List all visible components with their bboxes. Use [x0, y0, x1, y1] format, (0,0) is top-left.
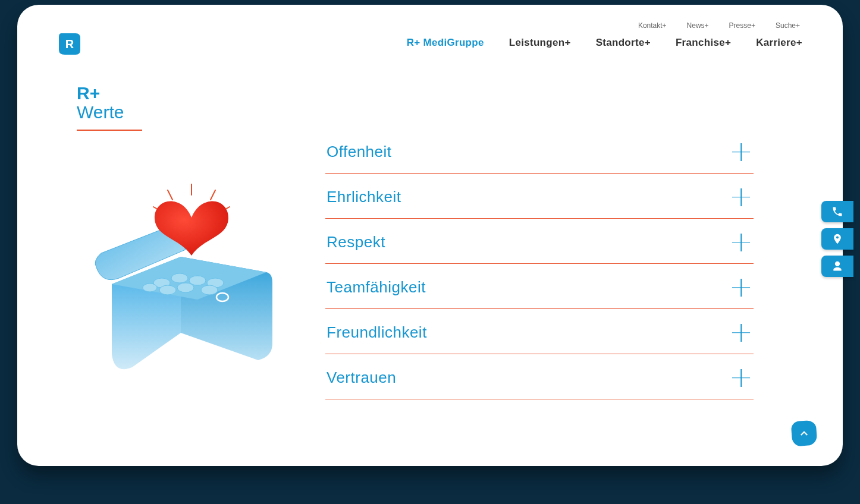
- title-line2: Werte: [77, 102, 802, 122]
- accordion-label: Freundlichkeit: [327, 323, 427, 342]
- treasure-chest-heart-icon: [90, 178, 293, 392]
- plus-icon: [732, 188, 750, 206]
- accordion-item-offenheit[interactable]: Offenheit: [325, 128, 754, 174]
- map-pin-icon: [831, 233, 843, 245]
- accordion-label: Offenheit: [327, 143, 392, 161]
- nav-item-franchise[interactable]: Franchise+: [676, 37, 731, 49]
- page: R Kontakt+ News+ Presse+ Suche+ R+ MediG…: [17, 5, 843, 466]
- top-nav-suche[interactable]: Suche+: [776, 21, 800, 30]
- top-nav-news[interactable]: News+: [687, 21, 709, 30]
- accordion-item-freundlichkeit[interactable]: Freundlichkeit: [325, 309, 754, 354]
- scroll-top-button[interactable]: [791, 420, 818, 447]
- side-tab-location[interactable]: [821, 228, 853, 250]
- illustration-treasure-heart: [58, 178, 325, 399]
- top-nav: Kontakt+ News+ Presse+ Suche+: [407, 21, 802, 30]
- plus-icon: [732, 369, 750, 387]
- accordion-item-teamfaehigkeit[interactable]: Teamfähigkeit: [325, 264, 754, 309]
- page-title: R+ Werte: [77, 83, 802, 131]
- svg-line-3: [211, 190, 215, 200]
- content: Offenheit Ehrlichkeit Respekt Teamfähigk…: [58, 131, 802, 399]
- person-icon: [831, 260, 843, 272]
- logo[interactable]: R: [58, 32, 81, 56]
- accordion: Offenheit Ehrlichkeit Respekt Teamfähigk…: [325, 128, 754, 399]
- phone-icon: [831, 206, 843, 218]
- plus-icon: [732, 143, 750, 161]
- side-tab-person[interactable]: [821, 256, 853, 277]
- svg-point-8: [189, 276, 206, 285]
- plus-icon: [732, 324, 750, 342]
- title-line1: R+: [77, 83, 802, 103]
- nav-item-medigruppe[interactable]: R+ MediGruppe: [407, 37, 484, 49]
- svg-point-7: [171, 273, 188, 283]
- svg-point-13: [143, 284, 157, 292]
- nav-item-leistungen[interactable]: Leistungen+: [509, 37, 571, 49]
- accordion-item-ehrlichkeit[interactable]: Ehrlichkeit: [325, 174, 754, 219]
- svg-line-2: [168, 190, 172, 200]
- svg-point-12: [201, 285, 218, 295]
- nav-item-karriere[interactable]: Karriere+: [756, 37, 802, 49]
- plus-icon: [732, 234, 750, 251]
- top-nav-presse[interactable]: Presse+: [729, 21, 755, 30]
- accordion-label: Teamfähigkeit: [327, 278, 426, 297]
- accordion-label: Ehrlichkeit: [327, 188, 401, 206]
- accordion-label: Respekt: [327, 233, 385, 251]
- accordion-item-vertrauen[interactable]: Vertrauen: [325, 354, 754, 399]
- nav-item-standorte[interactable]: Standorte+: [596, 37, 651, 49]
- svg-point-10: [177, 283, 194, 292]
- plus-icon: [732, 279, 750, 297]
- svg-point-11: [159, 285, 176, 295]
- main-nav: R+ MediGruppe Leistungen+ Standorte+ Fra…: [407, 37, 802, 49]
- accordion-item-respekt[interactable]: Respekt: [325, 219, 754, 264]
- header: R Kontakt+ News+ Presse+ Suche+ R+ MediG…: [58, 21, 802, 56]
- side-tabs: [821, 201, 853, 277]
- arrow-up-icon: [799, 428, 809, 439]
- top-nav-kontakt[interactable]: Kontakt+: [638, 21, 667, 30]
- side-tab-phone[interactable]: [821, 201, 853, 222]
- accordion-label: Vertrauen: [327, 368, 396, 387]
- nav-area: Kontakt+ News+ Presse+ Suche+ R+ MediGru…: [407, 21, 802, 49]
